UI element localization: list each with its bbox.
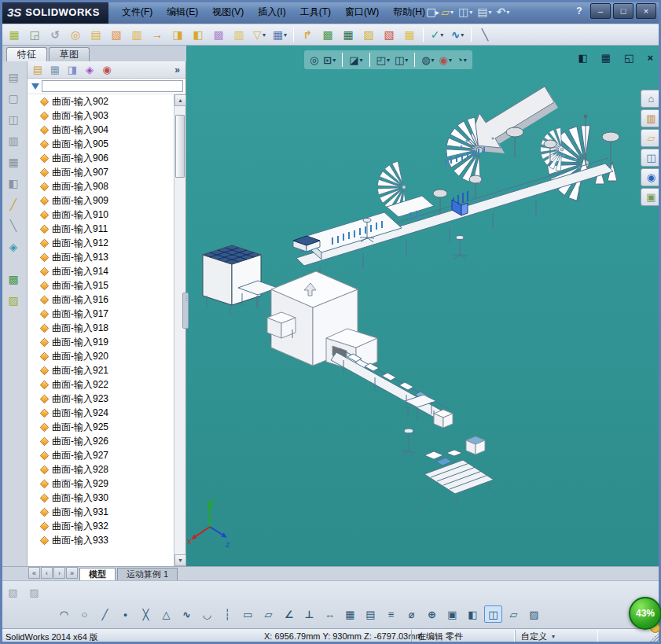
menu-item[interactable]: 工具(T) xyxy=(293,2,338,22)
page-icon[interactable]: ▥ xyxy=(127,25,147,44)
undo-icon[interactable]: ↶▾ xyxy=(495,2,512,21)
tree-item[interactable]: 曲面-输入919 xyxy=(28,335,174,349)
next-tab-icon[interactable]: › xyxy=(53,567,65,579)
tree-item[interactable]: 曲面-输入907 xyxy=(28,165,174,179)
zoom-fit-icon[interactable]: ◎ xyxy=(308,51,320,68)
dropdown-caret[interactable]: ▾ xyxy=(263,31,266,39)
panel-overflow-chevron[interactable]: » xyxy=(174,64,183,75)
tree-item[interactable]: 曲面-输入924 xyxy=(28,406,174,420)
tree-item[interactable]: 曲面-输入930 xyxy=(28,491,174,505)
tree-item[interactable]: 曲面-输入920 xyxy=(28,349,174,363)
new-document-icon[interactable]: ▢ xyxy=(424,2,438,21)
tree-scrollbar[interactable]: ▲ ▼ xyxy=(174,94,185,566)
section-icon[interactable]: ◧ xyxy=(464,605,482,623)
tree-item[interactable]: 曲面-输入911 xyxy=(28,222,174,236)
red-table-icon[interactable]: ▧ xyxy=(379,25,399,44)
tree-item[interactable]: 曲面-输入923 xyxy=(28,392,174,406)
menu-item[interactable]: 文件(F) xyxy=(115,2,160,22)
design-library-icon[interactable]: ▥ xyxy=(641,109,661,127)
parallelogram-icon[interactable]: ▱ xyxy=(259,605,277,623)
reload-icon[interactable]: ↺ xyxy=(45,25,65,44)
tree-item[interactable]: 曲面-输入906 xyxy=(28,151,174,165)
equal-relation-icon[interactable]: ≡ xyxy=(382,605,400,623)
feature-filter-input[interactable] xyxy=(42,80,183,92)
check-icon[interactable]: ✓▾ xyxy=(427,25,447,44)
screenshot-icon[interactable]: ▦ xyxy=(4,25,24,44)
model-pallet[interactable] xyxy=(424,450,494,503)
document-icon[interactable]: ▢ xyxy=(4,89,23,108)
point-icon[interactable]: • xyxy=(116,605,134,623)
last-tab-icon[interactable]: » xyxy=(66,567,78,579)
edit-icon[interactable]: ╱ xyxy=(4,195,23,214)
menu-item[interactable]: 编辑(E) xyxy=(160,2,205,22)
home-icon[interactable]: ⌂ xyxy=(641,90,661,108)
book-icon[interactable]: ▦ xyxy=(4,153,23,171)
link-icon[interactable]: ◈ xyxy=(4,237,23,256)
print-icon[interactable]: ▤▾ xyxy=(476,2,493,21)
property-manager-icon[interactable]: ▦ xyxy=(47,63,63,77)
viewport-restore-icon[interactable]: ◱ xyxy=(624,52,633,64)
customize-status[interactable]: 自定义 ▾ xyxy=(515,630,598,643)
tree-item[interactable]: 曲面-输入922 xyxy=(28,377,174,392)
close-button[interactable]: × xyxy=(636,3,656,19)
tab-模型[interactable]: 模型 xyxy=(79,568,116,580)
filter-icon[interactable]: ▽▾ xyxy=(249,25,270,44)
dropdown-caret[interactable]: ▾ xyxy=(431,57,435,64)
tree-item[interactable]: 曲面-输入928 xyxy=(28,462,174,477)
scroll-down-icon[interactable]: ▼ xyxy=(174,554,186,566)
tree-item[interactable]: 曲面-输入917 xyxy=(28,307,174,321)
dropdown-caret[interactable]: ▾ xyxy=(387,57,390,64)
panel-splitter-handle[interactable]: ⋮ xyxy=(182,293,189,329)
scene-icon[interactable]: ▣ xyxy=(641,188,661,206)
block-icon[interactable]: ▣ xyxy=(443,605,461,623)
model-star-wheel-d[interactable] xyxy=(541,128,564,171)
view-palette-icon[interactable]: ◫ xyxy=(641,149,661,167)
viewport-close-icon[interactable]: × xyxy=(647,52,653,64)
pattern-hatch-icon[interactable]: ▨ xyxy=(25,583,43,601)
tree-item[interactable]: 曲面-输入910 xyxy=(28,208,174,222)
angle-icon[interactable]: ∠ xyxy=(280,605,298,623)
spline-icon[interactable]: ∿ xyxy=(178,605,196,623)
tree-item[interactable]: 曲面-输入915 xyxy=(28,278,174,293)
box-icon[interactable]: ◧ xyxy=(4,174,23,193)
model-loose-cubes[interactable] xyxy=(434,410,485,454)
tree-item[interactable]: 曲面-输入916 xyxy=(28,293,174,307)
viewport-grid-icon[interactable]: ▦ xyxy=(601,52,611,64)
open-icon[interactable]: ▱▾ xyxy=(439,2,455,21)
tree-item[interactable]: 曲面-输入933 xyxy=(28,533,174,547)
pattern-grid-icon[interactable]: ▦▾ xyxy=(270,25,290,44)
section-view-icon[interactable]: ◪▾ xyxy=(347,51,364,68)
save-icon[interactable]: ◫▾ xyxy=(457,2,474,21)
tree-item[interactable]: 曲面-输入914 xyxy=(28,264,174,278)
cube-icon[interactable]: ▨ xyxy=(525,605,543,623)
alert-icon[interactable]: ◎ xyxy=(65,25,86,44)
tree-item[interactable]: 曲面-输入926 xyxy=(28,434,174,448)
dropdown-caret[interactable]: ▾ xyxy=(506,9,509,16)
prev-tab-icon[interactable]: ‹ xyxy=(41,567,53,579)
model-crate[interactable] xyxy=(203,245,261,316)
erase-icon[interactable]: ╳ xyxy=(137,605,155,623)
graphics-viewport[interactable]: X Y Z ◎⊡▾◪▾◰▾◫▾◍▾◉▾◔▾ ◧▦◱× ⌂▥▱◫◉▣ xyxy=(186,46,661,566)
spline-icon[interactable]: ∿▾ xyxy=(447,25,468,44)
dropdown-caret[interactable]: ▾ xyxy=(360,57,363,64)
window-select-icon[interactable]: ◫ xyxy=(484,605,502,623)
plane-icon[interactable]: ▱ xyxy=(505,605,523,623)
tree-item[interactable]: 曲面-输入932 xyxy=(28,519,174,533)
tree-item[interactable]: 曲面-输入904 xyxy=(28,123,174,137)
tree-item[interactable]: 曲面-输入918 xyxy=(28,321,174,335)
tree-item[interactable]: 曲面-输入912 xyxy=(28,236,174,250)
display-style-icon[interactable]: ◫▾ xyxy=(393,51,409,68)
display-manager-icon[interactable]: ◉ xyxy=(99,63,115,77)
dropdown-caret[interactable]: ▾ xyxy=(464,57,467,64)
mirror-icon[interactable]: ↔ xyxy=(321,605,339,623)
hatch-icon[interactable]: ▤ xyxy=(362,605,380,623)
documents-icon[interactable]: ◫ xyxy=(4,110,23,129)
menu-item[interactable]: 视图(V) xyxy=(205,2,251,22)
select-icon[interactable]: ▤ xyxy=(4,68,23,86)
tree-item[interactable]: 曲面-输入908 xyxy=(28,179,174,193)
tree-item[interactable]: 曲面-输入931 xyxy=(28,505,174,519)
dropdown-caret[interactable]: ▾ xyxy=(489,9,492,16)
dropdown-caret[interactable]: ▾ xyxy=(405,57,408,64)
tab-运动算例 1[interactable]: 运动算例 1 xyxy=(117,568,178,580)
feature-manager-icon[interactable]: ▤ xyxy=(30,63,46,77)
